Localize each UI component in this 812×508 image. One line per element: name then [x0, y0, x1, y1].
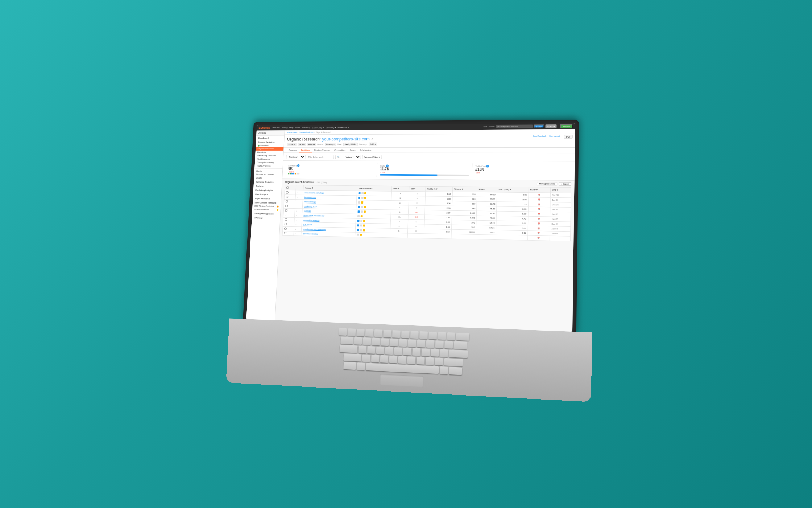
nav-company[interactable]: Company ▾: [326, 126, 336, 129]
send-feedback-link[interactable]: Send Feedback: [533, 135, 546, 137]
row-checkbox[interactable]: [284, 199, 295, 204]
col-kd[interactable]: KD% ▾: [477, 187, 497, 192]
global-search-button[interactable]: Search: [534, 124, 544, 128]
row-serp[interactable]: 📅: [527, 231, 550, 236]
row-serp[interactable]: 📅: [528, 202, 550, 207]
export-button[interactable]: ↓ Export: [559, 182, 571, 186]
currency-select[interactable]: GBP ▾: [369, 143, 377, 146]
tab-position-changes[interactable]: Position Changes: [312, 148, 332, 153]
row-checkbox[interactable]: [284, 204, 295, 209]
keyword-link[interactable]: personal branding: [303, 233, 318, 235]
keyword-link[interactable]: video killed the radio star: [303, 214, 324, 217]
breadcrumb-domain-analytics[interactable]: Domain Analytics: [299, 131, 314, 134]
col-pos[interactable]: Pos ▾: [392, 186, 409, 192]
user-manual-link[interactable]: User manual: [549, 135, 560, 137]
row-checkbox[interactable]: [283, 226, 294, 231]
filter-flag-au[interactable]: AU 4.4k: [307, 143, 316, 146]
sidebar-item-advertising-research[interactable]: Advertising Research: [255, 154, 283, 157]
sidebar-item-backlinks[interactable]: Backlinks: [255, 151, 283, 154]
row-expand[interactable]: ›: [295, 190, 303, 195]
row-serp[interactable]: 📅: [528, 193, 550, 198]
keyword-link[interactable]: competitor analysis: [303, 219, 320, 221]
row-checkbox[interactable]: [284, 195, 295, 200]
keyword-link[interactable]: svg logo: [304, 210, 311, 212]
nav-community[interactable]: Community ▾: [312, 126, 324, 129]
row-serp[interactable]: 📅: [528, 216, 550, 221]
keywords-info-icon[interactable]: i: [297, 164, 300, 167]
col-traffic-pct[interactable]: Traffic % ▾: [426, 186, 453, 192]
sidebar-item-charts[interactable]: Charts: [254, 176, 282, 180]
keyword-link[interactable]: bluetooth logo: [304, 196, 316, 198]
col-url[interactable]: URL ▾: [550, 187, 571, 193]
sidebar-item-overview[interactable]: Overview: [256, 144, 284, 147]
sidebar-item-traffic-analytics[interactable]: Traffic Analytics: [254, 164, 283, 168]
search-filter-button[interactable]: 🔍: [335, 155, 341, 159]
row-checkbox[interactable]: [282, 231, 294, 236]
col-volume[interactable]: Volume ▾: [452, 187, 477, 192]
volume-filter-select[interactable]: Volume ▾: [343, 155, 361, 159]
row-serp[interactable]: 📅: [528, 207, 550, 212]
row-expand[interactable]: ›: [295, 195, 303, 200]
col-serp[interactable]: SERP ▾: [529, 187, 551, 193]
col-cpc[interactable]: CPC (curr) ▾: [497, 187, 529, 193]
row-expand[interactable]: ›: [294, 222, 302, 227]
col-diff[interactable]: Diff ▾: [409, 186, 426, 192]
col-serp-features[interactable]: SERP Features: [357, 186, 392, 191]
device-select[interactable]: Desktop ▾: [325, 143, 336, 146]
keyword-link[interactable]: hub brand: [303, 224, 312, 226]
row-serp[interactable]: 📅: [528, 221, 550, 226]
date-select[interactable]: Jan 1, 2020 ▾: [343, 143, 358, 146]
global-search-input[interactable]: [496, 125, 533, 128]
col-checkbox[interactable]: [285, 185, 296, 190]
sidebar-item-pla-research[interactable]: PLA Research: [255, 157, 283, 161]
keyword-link[interactable]: conservative party logo: [304, 192, 324, 194]
row-serp[interactable]: 📅: [528, 197, 550, 202]
row-expand[interactable]: ›: [295, 204, 302, 209]
row-checkbox[interactable]: [283, 217, 294, 222]
keyword-link[interactable]: brand personality examples: [303, 228, 326, 230]
sidebar-item-organic-research[interactable]: Organic Research: [256, 147, 284, 150]
nav-pricing[interactable]: Pricing: [281, 127, 287, 129]
filter-flag-uk[interactable]: UK 11k: [298, 143, 306, 146]
nav-features[interactable]: Features: [272, 127, 280, 129]
row-expand[interactable]: ›: [294, 231, 301, 236]
row-expand[interactable]: ›: [294, 213, 302, 218]
row-checkbox[interactable]: [283, 222, 294, 227]
row-expand[interactable]: ›: [295, 209, 302, 213]
advanced-filters-button[interactable]: Advanced Filters ▾: [362, 155, 382, 159]
col-keyword[interactable]: Keyword: [303, 185, 357, 191]
row-serp[interactable]: 📅: [527, 235, 550, 241]
nav-academy[interactable]: Academy: [302, 126, 310, 129]
tab-pages[interactable]: Pages: [347, 148, 357, 153]
sidebar-item-domain-vs-domain[interactable]: Domain vs. Domain: [254, 173, 282, 176]
row-serp[interactable]: 📅: [528, 212, 550, 217]
projects-button[interactable]: Projects ▾: [545, 124, 557, 128]
row-checkbox[interactable]: [283, 208, 295, 213]
nav-marketplace[interactable]: Marketplace: [337, 126, 349, 129]
keyword-filter-input[interactable]: [307, 155, 334, 159]
keyword-link[interactable]: marketing audit: [304, 205, 317, 208]
row-checkbox[interactable]: [285, 190, 296, 195]
manage-columns-button[interactable]: Manage columns: [537, 182, 557, 185]
sidebar-item-display-advertising[interactable]: Display Advertising: [255, 161, 283, 164]
nav-help[interactable]: Help: [289, 126, 294, 129]
sidebar-item-ranks[interactable]: Ranks: [254, 169, 283, 173]
pdf-button[interactable]: PDF: [564, 135, 573, 139]
traffic-cost-info-icon[interactable]: i: [486, 165, 489, 168]
traffic-info-icon[interactable]: i: [386, 165, 389, 167]
row-expand[interactable]: ›: [295, 200, 303, 204]
tab-competitors[interactable]: Competitors: [332, 148, 348, 153]
row-checkbox[interactable]: [283, 213, 295, 218]
tab-subdomains[interactable]: Subdomains: [357, 148, 373, 153]
tab-overview[interactable]: Overview: [286, 148, 299, 153]
positions-filter-select[interactable]: Positions ▾: [286, 155, 306, 159]
row-expand[interactable]: ›: [294, 218, 302, 222]
breadcrumb-dashboard[interactable]: Dashboard: [287, 131, 297, 134]
filter-flag-us[interactable]: US 19.7k: [287, 143, 297, 146]
keyword-link[interactable]: bluetooth logo: [304, 201, 316, 203]
register-button[interactable]: Register: [560, 124, 573, 128]
row-serp[interactable]: 📅: [528, 226, 550, 231]
nav-news[interactable]: News: [295, 126, 300, 129]
tab-positions[interactable]: Positions: [299, 148, 312, 153]
row-expand[interactable]: ›: [294, 227, 301, 232]
